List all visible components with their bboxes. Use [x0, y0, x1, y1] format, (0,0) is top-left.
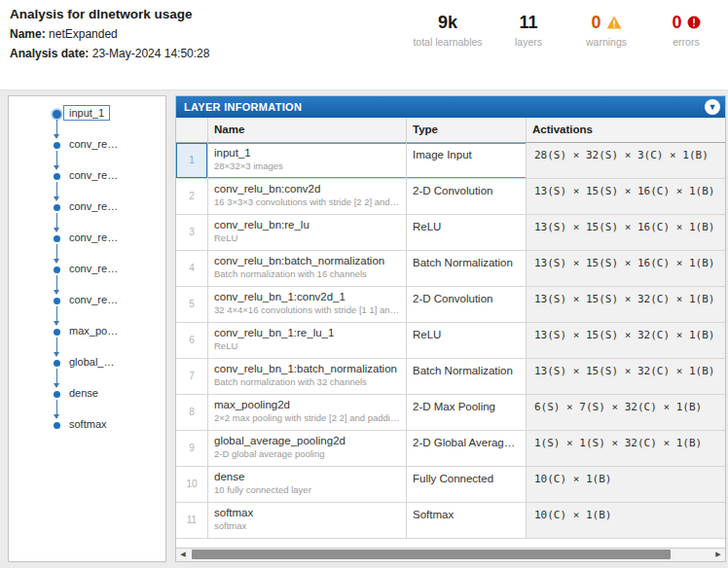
graph-edge	[56, 369, 57, 383]
errors-value: 0	[672, 12, 681, 33]
layer-type: ReLU	[407, 323, 527, 358]
graph-node-dot[interactable]	[53, 110, 61, 119]
layer-description: softmax	[214, 520, 400, 531]
graph-edge	[56, 306, 57, 321]
graph-node-label[interactable]: input_1	[63, 105, 110, 121]
graph-node-label[interactable]: dense	[69, 387, 98, 399]
layer-name: conv_relu_bn_1:batch_normalization	[214, 363, 400, 374]
graph-node-label[interactable]: conv_re…	[69, 231, 118, 243]
layer-description: 28×32×3 images	[214, 160, 400, 171]
graph-node-dot[interactable]	[54, 422, 60, 429]
row-number: 3	[176, 215, 208, 250]
layer-table-row[interactable]: 4conv_relu_bn:batch_normalizationBatch n…	[176, 251, 725, 287]
network-name-line: Name: netExpanded	[10, 27, 118, 41]
layer-type: 2-D Convolution	[407, 287, 527, 322]
layer-type: 2-D Global Average Pooling	[407, 431, 527, 466]
layer-name: global_average_pooling2d	[214, 435, 400, 446]
graph-edge	[56, 400, 57, 414]
layer-name: input_1	[214, 147, 400, 159]
graph-node-label[interactable]: conv_re…	[69, 169, 118, 181]
graph-node-label[interactable]: conv_re…	[69, 200, 118, 212]
graph-node-dot[interactable]	[54, 173, 60, 180]
graph-node-label[interactable]: softmax	[69, 418, 107, 430]
graph-node-label[interactable]: max_po…	[69, 325, 118, 337]
row-number: 7	[176, 359, 208, 394]
layer-name: conv_relu_bn:batch_normalization	[214, 255, 400, 266]
graph-node-label[interactable]: conv_re…	[69, 263, 118, 274]
layer-table-row[interactable]: 9global_average_pooling2d2-D global aver…	[176, 431, 725, 467]
layer-description: 2×2 max pooling with stride [2 2] and pa…	[214, 412, 400, 423]
horizontal-scrollbar[interactable]: ◀ ▶	[176, 548, 725, 561]
warnings-value: 0	[591, 12, 601, 33]
layer-table-row[interactable]: 6conv_relu_bn_1:re_lu_1ReLUReLU13(S) × 1…	[176, 323, 725, 359]
graph-edge	[56, 244, 57, 259]
stat-warnings: 0 warnings	[563, 12, 650, 48]
graph-edge	[56, 213, 57, 228]
stat-errors: 0 errors	[650, 12, 722, 48]
graph-edge-arrow-icon	[54, 414, 59, 419]
errors-label: errors	[650, 36, 722, 48]
layer-name-cell: dense10 fully connected layer	[208, 467, 407, 502]
graph-node-dot[interactable]	[54, 266, 60, 273]
layer-name-cell: conv_relu_bn_1:conv2d_132 4×4×16 convolu…	[208, 287, 407, 322]
layer-table-row[interactable]: 5conv_relu_bn_1:conv2d_132 4×4×16 convol…	[176, 287, 725, 323]
row-number: 9	[176, 431, 208, 466]
layer-table-row[interactable]: 8max_pooling2d2×2 max pooling with strid…	[176, 395, 725, 431]
graph-node-label[interactable]: global_…	[69, 356, 114, 368]
layer-activations: 13(S) × 15(S) × 16(C) × 1(B)	[527, 251, 725, 286]
layer-table-row[interactable]: 10dense10 fully connected layerFully Con…	[176, 467, 725, 503]
layer-description: ReLU	[214, 232, 400, 243]
layer-activations: 10(C) × 1(B)	[527, 503, 725, 538]
layer-name: softmax	[214, 507, 400, 518]
layer-name-cell: conv_relu_bn:batch_normalizationBatch no…	[208, 251, 407, 286]
row-number: 4	[176, 251, 208, 286]
graph-edge-arrow-icon	[54, 290, 59, 295]
layer-description: Batch normalization with 16 channels	[214, 268, 400, 279]
graph-node-dot[interactable]	[54, 391, 60, 398]
graph-edge-arrow-icon	[54, 321, 59, 326]
graph-edge-arrow-icon	[54, 259, 59, 264]
graph-node-dot[interactable]	[54, 235, 60, 242]
layer-name-cell: max_pooling2d2×2 max pooling with stride…	[208, 395, 407, 430]
graph-node-dot[interactable]	[54, 360, 60, 367]
graph-node-dot[interactable]	[54, 204, 60, 211]
layer-table-row[interactable]: 7conv_relu_bn_1:batch_normalizationBatch…	[176, 359, 725, 395]
layer-activations: 13(S) × 15(S) × 32(C) × 1(B)	[527, 287, 725, 322]
graph-edge-arrow-icon	[54, 134, 59, 139]
graph-node-dot[interactable]	[54, 142, 60, 149]
graph-node-label[interactable]: conv_re…	[69, 294, 118, 305]
layer-table-row[interactable]: 2conv_relu_bn:conv2d16 3×3×3 convolution…	[176, 179, 725, 215]
layers-value: 11	[494, 12, 563, 33]
graph-edge-arrow-icon	[54, 228, 59, 232]
name-value: netExpanded	[49, 27, 118, 41]
graph-node-label[interactable]: conv_re…	[69, 138, 118, 150]
layer-activations: 13(S) × 15(S) × 16(C) × 1(B)	[527, 215, 725, 250]
layer-type: Batch Normalization	[407, 251, 527, 286]
graph-node-dot[interactable]	[54, 329, 60, 336]
layer-description: Batch normalization with 32 channels	[214, 376, 400, 387]
page-title: Analysis for dlnetwork usage	[10, 7, 193, 21]
analysis-date-line: Analysis date: 23-May-2024 14:50:28	[10, 47, 209, 60]
layer-name: max_pooling2d	[214, 399, 400, 410]
graph-node-dot[interactable]	[54, 298, 60, 304]
layer-table-row[interactable]: 1input_128×32×3 imagesImage Input28(S) ×…	[176, 143, 725, 179]
network-graph-panel: input_1conv_re…conv_re…conv_re…conv_re…c…	[8, 95, 166, 562]
row-number: 11	[176, 503, 208, 538]
layer-name-cell: conv_relu_bn_1:batch_normalizationBatch …	[208, 359, 407, 394]
layer-table-row[interactable]: 11softmaxsoftmaxSoftmax10(C) × 1(B)	[176, 503, 725, 539]
layer-name: conv_relu_bn:re_lu	[214, 219, 400, 231]
scrollbar-thumb[interactable]	[192, 550, 671, 559]
layer-name: conv_relu_bn:conv2d	[214, 183, 400, 195]
collapse-panel-button[interactable]: ▼	[705, 99, 720, 115]
layer-name-cell: input_128×32×3 images	[208, 143, 407, 178]
analysis-date-label: Analysis date:	[10, 47, 89, 60]
column-header-type: Type	[407, 118, 527, 142]
layer-name-cell: conv_relu_bn:conv2d16 3×3×3 convolutions…	[208, 179, 407, 214]
total-learnables-label: total learnables	[401, 36, 494, 48]
scroll-left-button[interactable]: ◀	[176, 549, 190, 560]
layer-activations: 10(C) × 1(B)	[527, 467, 725, 502]
column-header-name: Name	[208, 118, 407, 142]
layer-table-row[interactable]: 3conv_relu_bn:re_luReLUReLU13(S) × 15(S)…	[176, 215, 725, 251]
scroll-right-button[interactable]: ▶	[711, 549, 725, 560]
layer-name-cell: softmaxsoftmax	[208, 503, 407, 538]
